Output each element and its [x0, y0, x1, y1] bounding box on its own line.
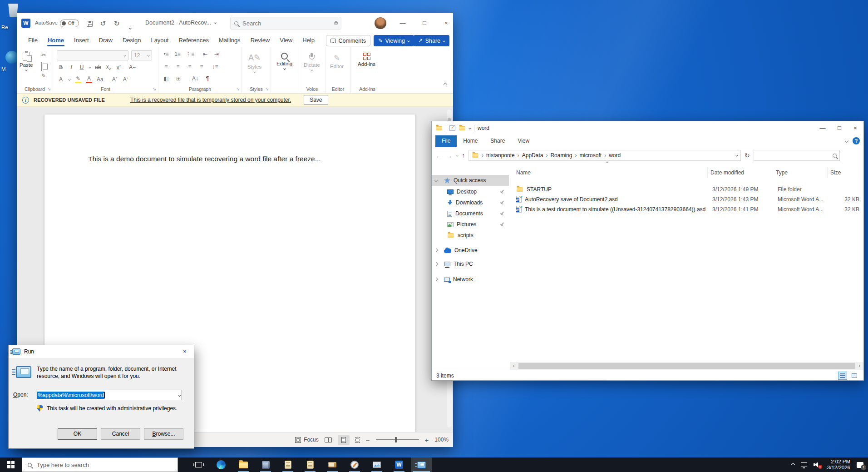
explorer-tab-share[interactable]: Share: [484, 135, 511, 147]
align-right-button[interactable]: ≡: [187, 64, 193, 70]
text-effects-button[interactable]: A: [58, 76, 64, 83]
copy-button[interactable]: [41, 63, 42, 71]
undo-button[interactable]: ↺: [99, 19, 108, 28]
highlight-button[interactable]: ✎: [75, 75, 81, 83]
font-size-combo[interactable]: 12: [131, 50, 152, 60]
strikethrough-button[interactable]: ab: [95, 64, 101, 70]
print-layout-button[interactable]: [338, 435, 350, 445]
comments-button[interactable]: Comments: [326, 35, 370, 46]
shrink-font-button[interactable]: A↓: [123, 76, 129, 83]
explorer-minimize-button[interactable]: —: [815, 121, 830, 134]
sidebar-item-downloads[interactable]: Downloads: [432, 197, 509, 208]
styles-button[interactable]: A✎ Styles: [247, 53, 261, 73]
infobar-save-button[interactable]: Save: [304, 95, 328, 105]
explorer-tab-view[interactable]: View: [511, 135, 536, 147]
run-close-button[interactable]: ×: [176, 345, 194, 358]
tab-draw[interactable]: Draw: [94, 34, 118, 47]
word-maximize-button[interactable]: □: [420, 19, 429, 28]
open-value[interactable]: %appdata%\microsoft\word: [37, 392, 104, 399]
redo-button[interactable]: ↻: [112, 19, 121, 28]
italic-button[interactable]: I: [68, 64, 74, 71]
underline-button[interactable]: U: [79, 64, 85, 70]
word-search-box[interactable]: [230, 17, 341, 30]
clear-formatting-button[interactable]: A⌁: [129, 64, 136, 70]
zoom-level[interactable]: 100%: [434, 437, 449, 443]
taskbar-explorer-button[interactable]: [233, 457, 254, 472]
underline-chevron-icon[interactable]: [89, 66, 91, 69]
bold-button[interactable]: B: [58, 64, 64, 71]
word-close-button[interactable]: ×: [442, 19, 451, 28]
taskbar-handbook-button[interactable]: [322, 457, 343, 472]
focus-button[interactable]: Focus: [295, 437, 319, 443]
line-spacing-button[interactable]: ↕≡: [212, 64, 218, 70]
change-case-button[interactable]: Aa: [97, 76, 104, 83]
paragraph-dialog-launcher[interactable]: ↘: [236, 87, 240, 91]
paste-button[interactable]: Paste: [20, 52, 33, 71]
sidebar-item-this-pc[interactable]: This PC: [432, 258, 509, 269]
zoom-out-button[interactable]: −: [366, 436, 370, 444]
shading-button[interactable]: ◧: [163, 75, 169, 82]
tab-help[interactable]: Help: [297, 34, 320, 47]
details-view-button[interactable]: [838, 372, 847, 380]
sidebar-item-quick-access[interactable]: Quick access: [432, 175, 509, 186]
text-effects-chevron-icon[interactable]: [68, 78, 71, 81]
refresh-icon[interactable]: ↻: [745, 152, 750, 159]
tab-home[interactable]: Home: [43, 34, 69, 47]
cancel-button[interactable]: Cancel: [101, 428, 140, 440]
breadcrumb-microsoft[interactable]: microsoft: [579, 152, 602, 159]
taskbar-edge-button[interactable]: [211, 457, 232, 472]
up-button[interactable]: ↑: [462, 152, 465, 159]
sort-button[interactable]: A↓: [192, 75, 198, 82]
explorer-close-button[interactable]: ×: [848, 121, 863, 134]
explorer-tab-home[interactable]: Home: [457, 135, 484, 147]
clipboard-dialog-launcher[interactable]: ↘: [47, 87, 51, 91]
borders-button[interactable]: ⊞: [175, 75, 182, 82]
taskbar-monitor-button[interactable]: [366, 457, 387, 472]
network-expand-icon[interactable]: [434, 278, 438, 281]
taskbar-search[interactable]: [22, 457, 178, 472]
save-button[interactable]: [85, 19, 94, 28]
sidebar-item-onedrive[interactable]: OneDrive: [432, 245, 509, 256]
breadcrumb-word[interactable]: word: [609, 152, 621, 159]
web-layout-button[interactable]: [355, 437, 360, 443]
viewing-button[interactable]: ✎ Viewing: [374, 35, 414, 46]
file-row-autorecovery[interactable]: AutoRecovery save of Document2.asd 3/12/…: [512, 194, 859, 204]
back-button[interactable]: ←: [435, 152, 442, 159]
action-center-icon[interactable]: 1: [857, 462, 863, 468]
document-title[interactable]: Document2 - AutoRecov...: [145, 20, 216, 26]
cut-button[interactable]: ✂: [40, 52, 47, 58]
combo-dropdown-icon[interactable]: [178, 393, 181, 396]
sidebar-item-documents[interactable]: Documents: [432, 208, 509, 219]
taskbar-run-button[interactable]: [411, 457, 432, 472]
tab-review[interactable]: Review: [246, 34, 275, 47]
address-dropdown-icon[interactable]: [735, 154, 738, 157]
sidebar-item-network[interactable]: Network: [432, 274, 509, 285]
taskbar-word-button[interactable]: W: [389, 457, 409, 472]
zoom-slider-thumb[interactable]: [395, 437, 397, 442]
taskbar-script1-button[interactable]: [277, 457, 298, 472]
align-left-button[interactable]: ≡: [163, 64, 169, 70]
tab-design[interactable]: Design: [118, 34, 146, 47]
explorer-maximize-button[interactable]: □: [832, 121, 847, 134]
format-painter-button[interactable]: ✎: [40, 73, 47, 79]
qat-properties-icon[interactable]: [449, 125, 455, 131]
this-pc-expand-icon[interactable]: [434, 262, 438, 266]
help-icon[interactable]: ?: [853, 137, 860, 144]
ribbon-collapse-icon[interactable]: [444, 83, 447, 86]
editor-button[interactable]: ✎ Editor: [330, 54, 344, 69]
dictate-button[interactable]: Dictate: [304, 53, 320, 71]
multilevel-list-button[interactable]: ⋮≡: [186, 51, 194, 57]
tab-file[interactable]: File: [23, 34, 43, 47]
font-color-button[interactable]: A: [86, 75, 92, 83]
font-name-combo[interactable]: [57, 50, 128, 60]
column-name[interactable]: Name: [513, 167, 708, 178]
scroll-right-icon[interactable]: ›: [856, 363, 863, 368]
run-open-combo[interactable]: %appdata%\microsoft\word: [36, 390, 182, 400]
file-row-startup[interactable]: STARTUP 3/12/2026 1:49 PM File folder: [512, 184, 859, 194]
scroll-left-icon[interactable]: ‹: [510, 363, 518, 368]
desktop-app-icon[interactable]: [5, 51, 18, 64]
sidebar-item-desktop[interactable]: Desktop: [432, 186, 509, 197]
breadcrumb-user[interactable]: tristanponte: [486, 152, 515, 159]
sidebar-item-scripts[interactable]: scripts: [432, 230, 509, 241]
qat-customize-button[interactable]: [126, 19, 135, 28]
